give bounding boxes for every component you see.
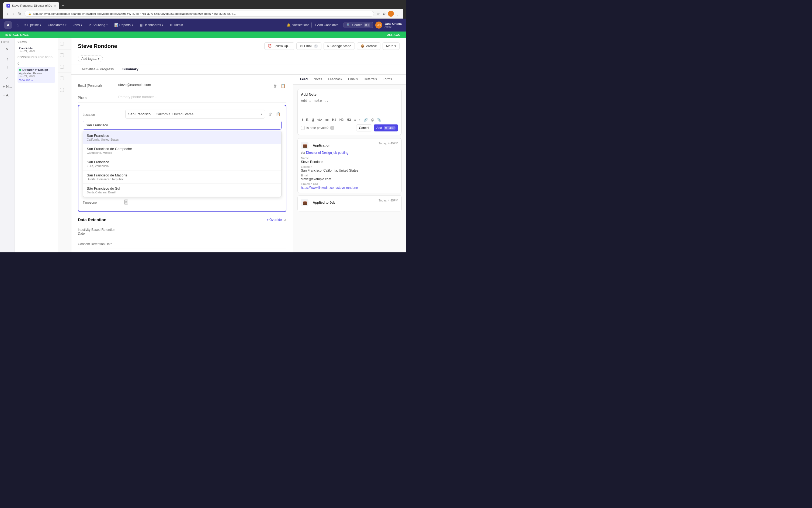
admin-nav-item[interactable]: ⚙ Admin (167, 22, 186, 28)
bookmark-button[interactable]: ☆ (376, 11, 380, 16)
close-panel-button[interactable]: ✕ (1, 45, 13, 53)
tab-notes[interactable]: Notes (311, 75, 325, 84)
note-attachment-button[interactable]: 📎 (376, 118, 382, 122)
stage-banner-label: IN STAGE SINCE (5, 33, 29, 36)
location-copy-button[interactable]: 📋 (275, 111, 282, 118)
app: A ⌂ ≡ Pipeline ▾ Candidates ▾ Jobs ▾ ⟳ S… (0, 18, 406, 252)
active-tab[interactable]: A Steve Rondone: Director of De ✕ (3, 2, 59, 9)
private-checkbox[interactable] (301, 126, 305, 130)
note-bold-button[interactable]: B (305, 118, 309, 122)
view-job-link[interactable]: View Job → (19, 79, 53, 82)
note-h2-button[interactable]: H2 (338, 118, 345, 122)
dropdown-item-name-3: San Francisco de Macorís (87, 173, 277, 177)
email-button[interactable]: ✉ Email 1 (296, 42, 322, 50)
checkbox-1[interactable] (60, 42, 64, 45)
note-italic-button[interactable]: I (301, 118, 304, 122)
note-underline-button[interactable]: U (311, 118, 315, 122)
note-link-button[interactable]: 🔗 (362, 118, 369, 122)
add-candidate-button[interactable]: + Add Candidate (311, 22, 341, 28)
tab-activities-progress[interactable]: Activities & Progress (78, 65, 118, 74)
candidate-view-item[interactable]: Candidate Jun 21, 2023 (17, 45, 55, 54)
forward-button[interactable]: › (11, 11, 15, 16)
email-delete-button[interactable]: 🗑 (272, 83, 278, 89)
tab-forms[interactable]: Forms (380, 75, 395, 84)
tab-close-button[interactable]: ✕ (54, 4, 56, 7)
change-stage-button[interactable]: » Change Stage (324, 42, 354, 50)
location-sub-value: California, United States (156, 112, 194, 116)
job-item-director-of-design[interactable]: Director of Design Application Review Ju… (17, 67, 55, 83)
note-code-button[interactable]: </> (316, 118, 323, 122)
reload-button[interactable]: ↻ (17, 11, 23, 16)
add-tags-button[interactable]: Add tags... ▾ (78, 55, 103, 62)
notifications-button[interactable]: 🔔 Notifications (287, 23, 309, 27)
add-note-button[interactable]: Add ⌘+Enter (374, 124, 398, 131)
archive-button[interactable]: 📦 Archive (357, 42, 380, 50)
filter-button[interactable]: ⊿ (1, 74, 13, 82)
checkbox-2[interactable] (60, 53, 64, 57)
candidates-nav-item[interactable]: Candidates ▾ (45, 22, 69, 28)
search-button[interactable]: 🔍 Search ⌘K (343, 22, 373, 28)
email-copy-button[interactable]: 📋 (280, 83, 286, 89)
dropdown-item-1[interactable]: San Francisco de Campeche Campeche, Mexi… (83, 144, 281, 157)
nav-up-button[interactable]: ↑ (1, 55, 13, 63)
reports-nav-item[interactable]: 📊 Reports ▾ (112, 22, 136, 28)
dashboards-nav-item[interactable]: ▦ Dashboards ▾ (137, 22, 166, 28)
extensions-button[interactable]: ⚙ (382, 11, 386, 16)
job-date: Jun 21, 2023 (19, 75, 53, 78)
breadcrumb[interactable]: Home (1, 40, 13, 43)
menu-button[interactable]: ⋮ (395, 11, 400, 16)
meta-linkedin-value[interactable]: https://www.linkedin.com/steve-rondone (301, 186, 358, 189)
activity-meta-email: Email steve@example.com (301, 173, 398, 181)
note-ordered-list-button[interactable]: ≡ (353, 118, 357, 122)
checkbox-5[interactable] (60, 88, 64, 92)
cancel-note-button[interactable]: Cancel (356, 124, 372, 131)
info-icon[interactable]: i (330, 126, 334, 130)
main-content: Home ✕ ↑ ↓ ⊿ + N... + A... VIEWS Candida… (0, 38, 406, 252)
user-avatar[interactable]: T (388, 11, 394, 17)
note-bullet-list-button[interactable]: • (358, 118, 361, 122)
tab-emails[interactable]: Emails (345, 75, 360, 84)
user-nav-avatar[interactable]: JO (375, 22, 382, 29)
pipeline-nav-item[interactable]: ≡ Pipeline ▾ (22, 22, 44, 28)
follow-up-button[interactable]: ⏰ Follow Up... (264, 42, 294, 50)
note-quote-button[interactable]: «» (324, 118, 330, 122)
note-textarea[interactable] (301, 98, 398, 112)
checkbox-4[interactable] (60, 77, 64, 80)
sourcing-nav-item[interactable]: ⟳ Sourcing ▾ (86, 22, 110, 28)
dropdown-item-2[interactable]: San Francisco Zulia, Venezuela (83, 157, 281, 170)
job-stage: Application Review (19, 72, 53, 75)
data-retention-header: Data Retention + Override ∧ (78, 214, 286, 224)
new-tab-button[interactable]: + (60, 3, 66, 8)
more-button[interactable]: More ▾ (383, 42, 399, 50)
new-item-button[interactable]: + N... (1, 83, 13, 90)
stage-banner: IN STAGE SINCE 255 AGO (0, 32, 406, 38)
activity-job-link[interactable]: Director of Design job posting (306, 151, 348, 155)
tab-referrals[interactable]: Referrals (361, 75, 380, 84)
phone-field-value[interactable]: Primary phone number... (118, 95, 286, 99)
jobs-nav-item[interactable]: Jobs ▾ (70, 22, 85, 28)
checkbox-3[interactable] (60, 65, 64, 69)
location-search-input[interactable] (83, 121, 282, 130)
location-delete-button[interactable]: 🗑 (267, 111, 273, 118)
address-bar[interactable]: 🔒 app.ashbyhq.com/candidate-searches/new… (25, 11, 374, 17)
tab-feed[interactable]: Feed (297, 75, 310, 84)
back-button[interactable]: ‹ (6, 11, 9, 16)
note-h3-button[interactable]: H3 (346, 118, 352, 122)
nav-down-button[interactable]: ↓ (1, 63, 13, 71)
location-select-button[interactable]: San Francisco | California, United State… (125, 110, 265, 119)
considered-jobs-title: CONSIDERED FOR JOBS (17, 56, 52, 59)
data-retention-chevron-icon[interactable]: ∧ (284, 218, 286, 222)
override-button[interactable]: + Override (267, 218, 282, 222)
note-mention-button[interactable]: @ (370, 118, 375, 122)
add-section-button[interactable]: + A... (1, 91, 13, 99)
search-label: Search (352, 23, 362, 27)
user-info[interactable]: Jane Ortega Acme (384, 22, 402, 28)
dropdown-item-4[interactable]: São Francisco do Sul Santa Catarina, Bra… (83, 184, 281, 197)
dropdown-item-3[interactable]: San Francisco de Macorís Duarte, Dominic… (83, 170, 281, 184)
tab-feedback[interactable]: Feedback (325, 75, 345, 84)
home-nav-button[interactable]: ⌂ (15, 22, 20, 28)
tab-summary[interactable]: Summary (119, 65, 142, 74)
note-h1-button[interactable]: H1 (331, 118, 337, 122)
timezone-edit-button[interactable]: ✏ (124, 200, 128, 204)
dropdown-item-0[interactable]: San Francisco California, United States (83, 131, 281, 144)
